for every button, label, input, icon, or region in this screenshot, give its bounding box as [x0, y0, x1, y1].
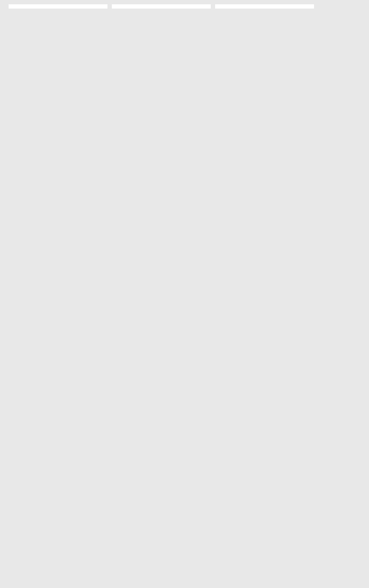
page-2-toc: FAMILY BUSINESS SUCCESSION PLAN TABLE OF…	[112, 4, 211, 9]
page-3: 1. SUCCESSION DETAILS A. BUSINESS AND SU…	[215, 4, 314, 9]
page-1: FAMILY BUSINESS SUCCESSION PLAN FAMILY B…	[9, 4, 108, 9]
